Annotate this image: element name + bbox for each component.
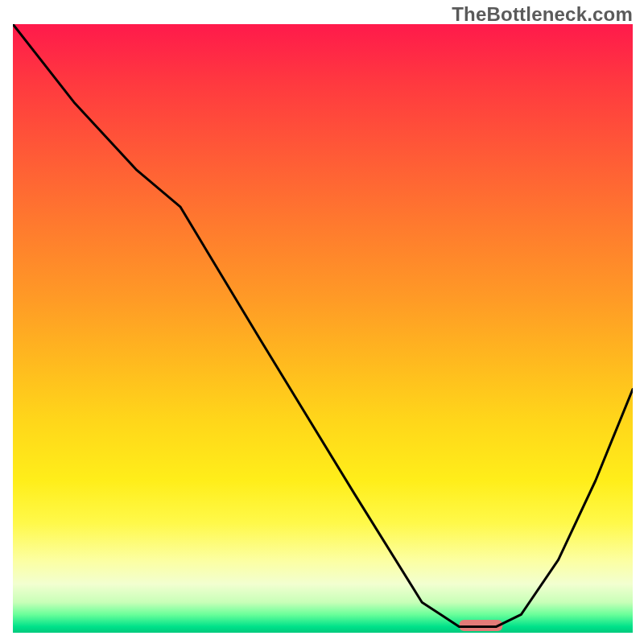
chart-svg xyxy=(13,24,633,633)
plot-area xyxy=(13,24,633,633)
chart-frame: TheBottleneck.com xyxy=(0,0,644,644)
watermark-text: TheBottleneck.com xyxy=(452,3,633,26)
bottleneck-curve xyxy=(13,24,633,626)
